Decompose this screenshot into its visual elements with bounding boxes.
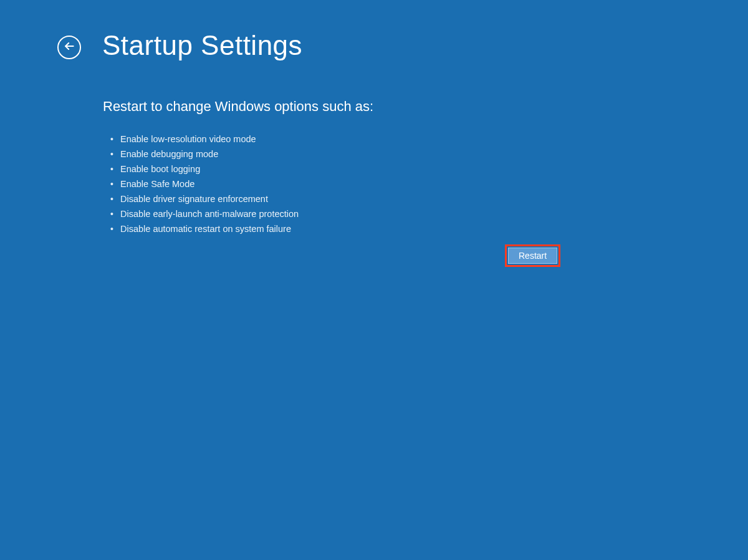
arrow-left-icon [63,40,75,55]
list-item: Disable automatic restart on system fail… [110,222,748,237]
options-list: Enable low-resolution video mode Enable … [103,132,748,236]
content-area: Restart to change Windows options such a… [0,61,748,236]
list-item: Enable boot logging [110,162,748,177]
list-item: Enable Safe Mode [110,177,748,192]
restart-button[interactable]: Restart [508,248,557,264]
list-item: Enable debugging mode [110,147,748,162]
back-button[interactable] [57,36,81,59]
list-item: Enable low-resolution video mode [110,132,748,147]
page-title: Startup Settings [102,30,302,61]
list-item: Disable early-launch anti-malware protec… [110,207,748,222]
list-item: Disable driver signature enforcement [110,192,748,207]
subtitle: Restart to change Windows options such a… [103,99,748,115]
restart-button-highlight: Restart [505,244,560,267]
